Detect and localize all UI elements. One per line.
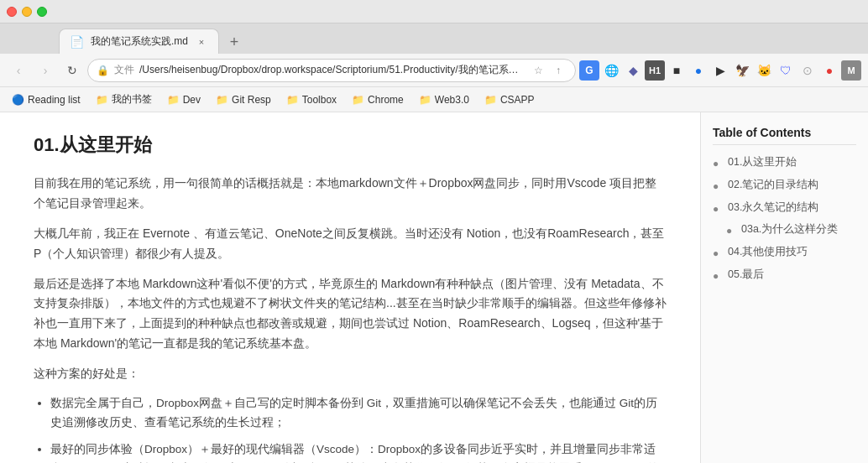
list-item-2: 最好的同步体验（Dropbox）＋最好的现代编辑器（Vscode）：Dropbo…: [50, 440, 667, 463]
bookmark-csapp-label: CSAPP: [500, 94, 535, 106]
toc-item-3a[interactable]: ● 03a.为什么这样分类: [713, 222, 856, 238]
article-paragraph-3: 最后还是选择了本地 Markdown这种'看似不便'的方式，毕竟原生的 Mark…: [34, 274, 667, 354]
list-item-1: 数据完全属于自己，Dropbox网盘＋自己写的定时脚本备份到 Git，双重措施可…: [50, 394, 667, 433]
article-heading: 01.从这里开始: [34, 129, 667, 160]
bookmark-toolbox[interactable]: 📁 Toolbox: [281, 92, 342, 107]
bookmark-reading-list[interactable]: 🔵 Reading list: [7, 92, 86, 107]
git-resp-icon: 📁: [216, 94, 228, 106]
article-paragraph-2: 大概几年前，我正在 Evernote 、有道云笔记、OneNote之间反复横跳。…: [34, 224, 667, 264]
csapp-icon: 📁: [484, 94, 497, 106]
chrome-icon: 📁: [352, 94, 364, 106]
maximize-button[interactable]: [37, 7, 47, 17]
article-content: 01.从这里开始 目前我在用的笔记系统，用一句很简单的话概括就是：本地markd…: [0, 112, 700, 463]
web3-icon: 📁: [419, 94, 431, 106]
toc-item-4[interactable]: ● 04.其他使用技巧: [713, 245, 856, 261]
tab-title: 我的笔记系统实践.md: [91, 34, 188, 49]
ext-play-icon[interactable]: ▶: [710, 60, 730, 81]
tab-favicon: 📄: [70, 35, 84, 49]
bookmark-my-bookmarks-label: 我的书签: [112, 92, 152, 107]
ext-red-icon[interactable]: ●: [819, 60, 839, 81]
bookmark-web3[interactable]: 📁 Web3.0: [414, 92, 474, 107]
dev-icon: 📁: [167, 94, 180, 106]
main-area: 01.从这里开始 目前我在用的笔记系统，用一句很简单的话概括就是：本地markd…: [0, 112, 868, 463]
bookmarks-bar: 🔵 Reading list 📁 我的书签 📁 Dev 📁 Git Resp 📁…: [0, 87, 868, 112]
nav-bar: ‹ › ↻ 🔒 文件 /Users/heisenbug/Dropbox/drop…: [0, 54, 868, 87]
toc-item-3[interactable]: ● 03.永久笔记的结构: [713, 200, 856, 216]
ext-h1-icon[interactable]: H1: [645, 60, 665, 81]
ext-shield-icon[interactable]: 🛡: [776, 60, 796, 81]
toc-item-1[interactable]: ● 01.从这里开始: [713, 155, 856, 171]
protocol-label: 文件: [114, 63, 134, 77]
forward-button[interactable]: ›: [34, 59, 57, 82]
ext-globe-icon[interactable]: 🌐: [601, 60, 621, 81]
ext-diamond-icon[interactable]: ◆: [623, 60, 643, 81]
advantages-intro: 这种方案的好处是：: [34, 364, 667, 384]
ext-cat-icon[interactable]: 🐱: [754, 60, 774, 81]
new-tab-button[interactable]: +: [222, 30, 246, 54]
minimize-button[interactable]: [22, 7, 32, 17]
bookmark-web3-label: Web3.0: [435, 94, 469, 106]
reading-list-icon: 🔵: [12, 94, 24, 106]
ext-blue-circle-icon[interactable]: ●: [688, 60, 709, 81]
ext-eagle-icon[interactable]: 🦅: [732, 60, 752, 81]
ext-square-icon[interactable]: ■: [667, 60, 687, 81]
bookmark-chrome-label: Chrome: [368, 94, 404, 106]
bookmark-toolbox-label: Toolbox: [302, 94, 337, 106]
article-paragraph-1: 目前我在用的笔记系统，用一句很简单的话概括就是：本地markdown文件＋Dro…: [34, 174, 667, 214]
my-bookmarks-icon: 📁: [96, 94, 108, 106]
bookmark-my-bookmarks[interactable]: 📁 我的书签: [91, 91, 157, 108]
title-bar: [0, 0, 868, 23]
table-of-contents: Table of Contents ● 01.从这里开始 ● 02.笔记的目录结…: [700, 112, 868, 463]
extension-icons: G 🌐 ◆ H1 ■ ● ▶ 🦅 🐱 🛡 ⊙ ● M: [579, 60, 861, 81]
ext-circle-icon[interactable]: ⊙: [797, 60, 818, 81]
bookmark-csapp[interactable]: 📁 CSAPP: [479, 92, 540, 107]
bookmark-dev[interactable]: 📁 Dev: [162, 92, 206, 107]
bookmark-reading-list-label: Reading list: [28, 94, 81, 106]
bookmark-dev-label: Dev: [183, 94, 201, 106]
toc-item-2[interactable]: ● 02.笔记的目录结构: [713, 178, 856, 194]
address-bar[interactable]: 🔒 文件 /Users/heisenbug/Dropbox/drop.works…: [87, 59, 576, 82]
ext-m-icon[interactable]: M: [841, 60, 861, 81]
tab-close-button[interactable]: ×: [195, 35, 208, 49]
address-actions: ☆ ↑: [530, 62, 567, 79]
bookmark-git-resp[interactable]: 📁 Git Resp: [211, 92, 276, 107]
tab-bar: 📄 我的笔记系统实践.md × +: [0, 23, 868, 54]
bookmark-chrome[interactable]: 📁 Chrome: [347, 92, 409, 107]
lock-icon: 🔒: [97, 65, 109, 76]
share-icon[interactable]: ↑: [550, 62, 567, 79]
active-tab[interactable]: 📄 我的笔记系统实践.md ×: [59, 29, 219, 54]
toolbox-icon: 📁: [286, 94, 299, 106]
advantages-list: 数据完全属于自己，Dropbox网盘＋自己写的定时脚本备份到 Git，双重措施可…: [34, 394, 667, 463]
url-text: /Users/heisenbug/Dropbox/drop.workspace/…: [139, 63, 525, 77]
ext-google-icon[interactable]: G: [579, 60, 599, 81]
refresh-button[interactable]: ↻: [60, 59, 84, 82]
close-button[interactable]: [7, 7, 17, 17]
bookmark-star-icon[interactable]: ☆: [530, 62, 546, 79]
back-button[interactable]: ‹: [7, 59, 30, 82]
toc-title: Table of Contents: [713, 126, 856, 145]
toc-item-5[interactable]: ● 05.最后: [713, 268, 856, 284]
traffic-lights[interactable]: [7, 7, 47, 17]
bookmark-git-resp-label: Git Resp: [232, 94, 271, 106]
